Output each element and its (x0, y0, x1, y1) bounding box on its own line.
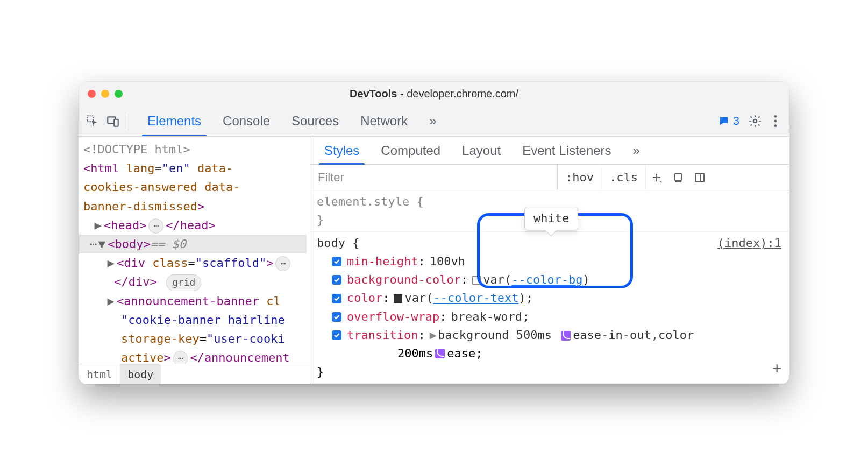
tab-elements[interactable]: Elements (137, 105, 212, 136)
tab-event-listeners[interactable]: Event Listeners (513, 137, 621, 164)
kebab-menu-icon[interactable] (767, 113, 784, 129)
issues-count: 3 (733, 114, 739, 128)
inspect-element-icon[interactable] (84, 113, 101, 129)
device-toolbar-icon[interactable] (105, 113, 121, 129)
dom-panel: <!DOCTYPE html> <html lang="en" data- co… (79, 137, 310, 384)
main-toolbar: Elements Console Sources Network » 3 (79, 105, 789, 137)
svg-rect-2 (114, 119, 118, 126)
tab-layout[interactable]: Layout (452, 137, 510, 164)
prop-toggle-checkbox[interactable] (332, 257, 341, 266)
prop-min-height[interactable]: min-height: 100vh (317, 252, 782, 271)
titlebar: DevTools - developer.chrome.com/ (79, 82, 789, 105)
color-swatch-icon[interactable] (394, 294, 402, 303)
toggle-hov-button[interactable]: :hov (558, 165, 602, 190)
tab-computed[interactable]: Computed (371, 137, 450, 164)
sidebar-tabs-overflow[interactable]: » (623, 137, 650, 164)
tabs-overflow[interactable]: » (418, 105, 447, 136)
close-window-button[interactable] (88, 90, 96, 98)
prop-toggle-checkbox[interactable] (332, 275, 341, 285)
styles-toolbar: :hov .cls (310, 165, 789, 190)
rule-body[interactable]: (index):1 body { min-height: 100vh backg… (310, 232, 789, 384)
tab-styles[interactable]: Styles (315, 137, 369, 164)
new-style-rule-icon[interactable] (646, 171, 667, 184)
rule-close-brace: } (317, 363, 782, 381)
bezier-editor-icon[interactable] (435, 349, 445, 358)
prop-overflow-wrap[interactable]: overflow-wrap: break-word; (317, 308, 782, 326)
separator (129, 112, 129, 130)
tab-sources[interactable]: Sources (281, 105, 350, 136)
dom-tree[interactable]: <!DOCTYPE html> <html lang="en" data- co… (79, 137, 310, 364)
tab-network[interactable]: Network (350, 105, 418, 136)
dom-div-scaffold[interactable]: ▶<div class="scaffold">⋯ (83, 253, 307, 272)
svg-rect-7 (674, 174, 682, 180)
rule-selector[interactable]: body { (317, 234, 782, 252)
toggle-sidebar-icon[interactable] (689, 171, 710, 184)
css-var-link[interactable]: --color-bg (511, 273, 582, 286)
styles-panel: Styles Computed Layout Event Listeners »… (310, 137, 789, 384)
styles-rules: element.style { } (index):1 body { min-h… (310, 190, 789, 384)
prop-color[interactable]: color: var(--color-text); (317, 289, 782, 307)
tab-console[interactable]: Console (212, 105, 281, 136)
prop-transition-cont: 200ms ease; (317, 344, 782, 363)
prop-toggle-checkbox[interactable] (332, 312, 341, 322)
zoom-window-button[interactable] (115, 90, 123, 98)
grid-badge[interactable]: grid (166, 274, 201, 291)
toggle-cls-button[interactable]: .cls (602, 165, 646, 190)
minimize-window-button[interactable] (101, 90, 109, 98)
main-content: <!DOCTYPE html> <html lang="en" data- co… (79, 137, 789, 384)
svg-point-6 (774, 124, 777, 127)
window-title: DevTools - developer.chrome.com/ (79, 88, 789, 100)
dom-head[interactable]: ▶<head>⋯</head> (83, 216, 307, 235)
bezier-editor-icon[interactable] (561, 331, 571, 341)
svg-point-4 (774, 115, 777, 117)
svg-point-3 (753, 119, 757, 123)
window-controls (88, 90, 123, 98)
dom-announcement-banner[interactable]: ▶<announcement-banner cl (83, 292, 307, 310)
svg-point-5 (774, 119, 777, 122)
copy-styles-icon[interactable] (667, 171, 689, 184)
crumb-body[interactable]: body (120, 364, 161, 384)
dom-doctype: <!DOCTYPE html> (83, 140, 307, 159)
add-property-icon[interactable]: + (772, 357, 781, 380)
prop-toggle-checkbox[interactable] (332, 330, 341, 340)
breadcrumb: html body (79, 364, 310, 384)
var-value-tooltip: white (524, 207, 578, 230)
main-tabs: Elements Console Sources Network » (137, 105, 447, 136)
crumb-html[interactable]: html (79, 364, 120, 384)
css-var-link[interactable]: --color-text (433, 291, 518, 305)
prop-toggle-checkbox[interactable] (332, 294, 341, 303)
issues-badge[interactable]: 3 (715, 113, 743, 129)
sidebar-tabs: Styles Computed Layout Event Listeners » (310, 137, 789, 165)
prop-transition[interactable]: transition: ▶background 500ms ease-in-ou… (317, 326, 782, 344)
styles-filter-input[interactable] (310, 165, 558, 190)
dom-body-selected[interactable]: ⋯▼<body> == $0 (79, 235, 307, 253)
dom-html-open[interactable]: <html lang="en" data- (83, 159, 307, 178)
prop-background-color[interactable]: background-color: var(--color-bg) (317, 271, 782, 289)
devtools-window: DevTools - developer.chrome.com/ Element… (79, 82, 789, 384)
settings-gear-icon[interactable] (747, 113, 763, 129)
color-swatch-icon[interactable] (472, 276, 481, 285)
svg-rect-8 (695, 174, 704, 181)
rule-source-link[interactable]: (index):1 (717, 234, 781, 252)
